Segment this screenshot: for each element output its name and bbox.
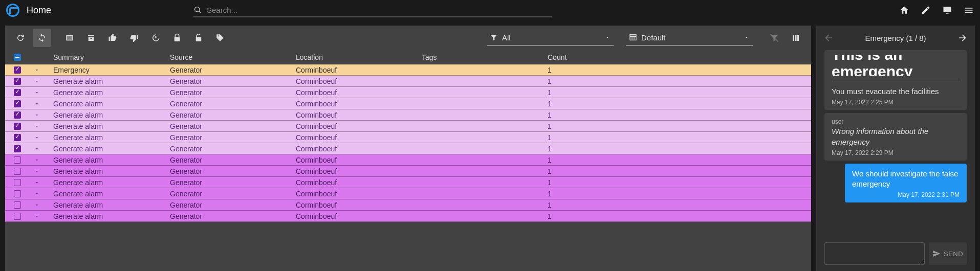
row-checkbox[interactable] [14,66,21,74]
home-icon[interactable] [899,5,909,15]
message-bubble: This is an emergency You must evacuate t… [824,50,967,110]
chevron-down-icon[interactable] [34,179,40,186]
cell-location: Corminboeuf [296,111,422,119]
table-row[interactable]: Generate alarmGeneratorCorminboeuf1 [5,87,811,98]
row-checkbox[interactable] [14,156,21,164]
col-summary[interactable]: Summary [44,53,170,61]
cell-source: Generator [170,122,296,130]
chevron-down-icon[interactable] [34,213,40,219]
table-row[interactable]: Generate alarmGeneratorCorminboeuf1 [5,98,811,109]
search-input[interactable] [207,6,552,14]
cell-count: 1 [548,190,811,198]
search-field[interactable] [193,3,552,17]
cell-summary: Generate alarm [44,178,170,187]
cell-location: Corminboeuf [296,156,422,164]
cell-location: Corminboeuf [296,167,422,175]
chevron-down-icon[interactable] [34,191,40,197]
cell-source: Generator [170,190,296,198]
menu-icon[interactable] [964,5,974,15]
table-row[interactable]: Generate alarmGeneratorCorminboeuf1 [5,166,811,177]
row-checkbox[interactable] [14,145,21,152]
message-text: Wrong information about the emergency [832,126,960,147]
svg-line-1 [199,11,201,13]
col-source[interactable]: Source [170,53,296,61]
cell-summary: Generate alarm [44,145,170,153]
cell-location: Corminboeuf [296,133,422,142]
monitor-icon[interactable] [942,5,952,15]
row-checkbox[interactable] [14,100,21,107]
snooze-button[interactable] [146,29,165,47]
chevron-down-icon[interactable] [34,168,40,174]
col-count[interactable]: Count [548,53,811,61]
filter-select[interactable]: All [487,30,614,46]
cell-summary: Generate alarm [44,201,170,209]
table-row[interactable]: Generate alarmGeneratorCorminboeuf1 [5,121,811,132]
chevron-down-icon[interactable] [34,78,40,84]
chevron-down-icon[interactable] [34,89,40,96]
row-checkbox[interactable] [14,89,21,96]
compose-input[interactable] [824,242,925,265]
row-checkbox[interactable] [14,123,21,130]
row-checkbox[interactable] [14,213,21,220]
auto-refresh-button[interactable] [33,29,51,47]
message-bubble-own: We should investigate the false emergenc… [845,164,967,203]
cell-location: Corminboeuf [296,190,422,198]
message-text: We should investigate the false emergenc… [852,169,960,190]
chevron-down-icon[interactable] [34,112,40,118]
chevron-down-icon[interactable] [34,146,40,152]
table-row[interactable]: EmergencyGeneratorCorminboeuf1 [5,64,811,76]
chevron-down-icon[interactable] [34,134,40,141]
message-timestamp: May 17, 2022 2:25 PM [832,99,960,106]
search-icon [193,6,207,14]
cell-count: 1 [548,145,811,153]
app-logo-icon [6,4,19,17]
table-row[interactable]: Generate alarmGeneratorCorminboeuf1 [5,177,811,188]
cell-source: Generator [170,111,296,119]
thumbs-down-button[interactable] [125,29,143,47]
table-row[interactable]: Generate alarmGeneratorCorminboeuf1 [5,154,811,166]
row-checkbox[interactable] [14,78,21,85]
edit-icon[interactable] [921,5,931,15]
row-checkbox[interactable] [14,179,21,186]
table-row[interactable]: Generate alarmGeneratorCorminboeuf1 [5,211,811,222]
filter-icon [490,33,498,41]
next-arrow-icon[interactable] [955,31,970,45]
col-location[interactable]: Location [296,53,422,61]
chevron-down-icon[interactable] [34,202,40,208]
layout-select[interactable]: Default [626,30,753,46]
columns-button[interactable] [787,29,805,47]
chevron-down-icon[interactable] [34,157,40,163]
lock-button[interactable] [168,29,186,47]
top-bar: Home [0,0,980,20]
row-checkbox[interactable] [14,201,21,209]
table-row[interactable]: Generate alarmGeneratorCorminboeuf1 [5,109,811,121]
refresh-button[interactable] [11,29,30,47]
chevron-down-icon[interactable] [34,101,40,107]
cell-summary: Generate alarm [44,122,170,130]
message-bubble: user Wrong information about the emergen… [824,113,967,161]
col-tags[interactable]: Tags [422,53,548,61]
chevron-down-icon[interactable] [34,123,40,129]
archive-button[interactable] [82,29,100,47]
row-checkbox[interactable] [14,111,21,119]
unlock-button[interactable] [189,29,208,47]
table-row[interactable]: Generate alarmGeneratorCorminboeuf1 [5,188,811,199]
table-row[interactable]: Generate alarmGeneratorCorminboeuf1 [5,132,811,143]
cell-source: Generator [170,167,296,175]
caret-down-icon [604,34,611,40]
row-checkbox[interactable] [14,168,21,175]
table-header: Summary Source Location Tags Count [5,50,811,64]
cell-source: Generator [170,201,296,209]
row-checkbox[interactable] [14,190,21,197]
table-row[interactable]: Generate alarmGeneratorCorminboeuf1 [5,143,811,154]
tag-button[interactable] [211,29,229,47]
table-row[interactable]: Generate alarmGeneratorCorminboeuf1 [5,76,811,87]
table-row[interactable]: Generate alarmGeneratorCorminboeuf1 [5,199,811,211]
send-button[interactable]: SEND [929,242,967,265]
select-all-checkbox[interactable] [14,54,21,61]
thumbs-up-button[interactable] [103,29,122,47]
read-button[interactable] [60,29,79,47]
row-checkbox[interactable] [14,134,21,141]
chevron-down-icon[interactable] [34,67,40,73]
cell-source: Generator [170,88,296,97]
